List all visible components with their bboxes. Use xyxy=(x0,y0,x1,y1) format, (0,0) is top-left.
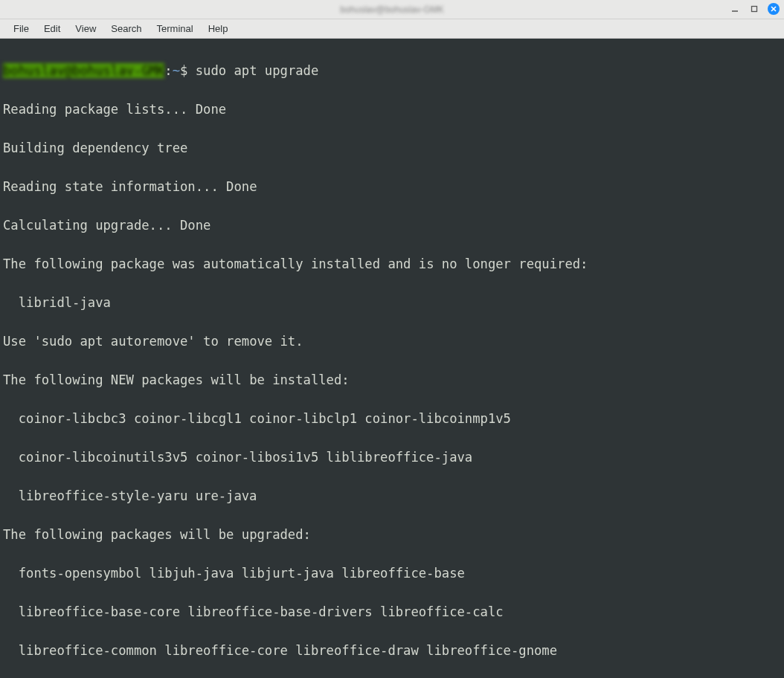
prompt-dollar: $ xyxy=(180,63,196,78)
menu-edit[interactable]: Edit xyxy=(36,20,68,37)
prompt-sep: : xyxy=(164,63,172,78)
output-line: Building dependency tree xyxy=(3,138,781,158)
output-line: libreoffice-style-yaru ure-java xyxy=(3,486,781,506)
prompt-user: bohuslav@bohuslav-GMK xyxy=(3,63,164,78)
output-line: The following NEW packages will be insta… xyxy=(3,370,781,390)
output-line: Calculating upgrade... Done xyxy=(3,216,781,235)
output-line: coinor-libcoinutils3v5 coinor-libosi1v5 … xyxy=(3,448,781,467)
window-controls xyxy=(729,3,780,15)
output-line: libreoffice-base-core libreoffice-base-d… xyxy=(3,602,781,622)
menu-help[interactable]: Help xyxy=(201,20,236,37)
close-button[interactable] xyxy=(768,3,780,15)
output-line: Reading package lists... Done xyxy=(3,100,781,119)
output-line: Reading state information... Done xyxy=(3,177,781,196)
output-line: The following package was automatically … xyxy=(3,254,781,274)
menu-terminal[interactable]: Terminal xyxy=(150,20,201,37)
output-line: libreoffice-common libreoffice-core libr… xyxy=(3,641,781,660)
window-title: bohuslav@bohuslav-GMK xyxy=(340,4,444,15)
output-line: The following packages will be upgraded: xyxy=(3,525,781,544)
output-line: coinor-libcbc3 coinor-libcgl1 coinor-lib… xyxy=(3,409,781,428)
menu-file[interactable]: File xyxy=(6,20,36,37)
terminal-output[interactable]: bohuslav@bohuslav-GMK:~$ sudo apt upgrad… xyxy=(0,39,784,678)
output-line: libridl-java xyxy=(3,293,781,312)
prompt-path: ~ xyxy=(173,63,180,78)
menu-view[interactable]: View xyxy=(68,20,103,37)
output-line: fonts-opensymbol libjuh-java libjurt-jav… xyxy=(3,564,781,583)
menu-search[interactable]: Search xyxy=(103,20,149,37)
menubar: File Edit View Search Terminal Help xyxy=(0,19,784,39)
output-line: Use 'sudo apt autoremove' to remove it. xyxy=(3,332,781,351)
minimize-button[interactable] xyxy=(729,3,741,15)
maximize-button[interactable] xyxy=(748,3,760,15)
svg-rect-1 xyxy=(752,7,757,12)
command-text: sudo apt upgrade xyxy=(196,63,319,78)
titlebar[interactable]: bohuslav@bohuslav-GMK xyxy=(0,0,784,19)
